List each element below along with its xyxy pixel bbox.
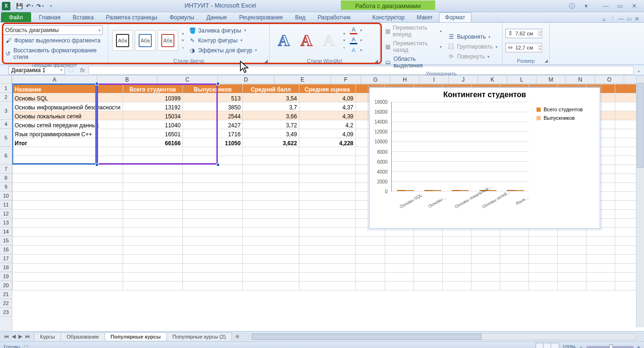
page-break-view-icon[interactable] <box>551 343 559 348</box>
gallery-down-icon[interactable]: ▾ <box>343 38 345 42</box>
shape-fill-button[interactable]: 🪣Заливка фигуры▾ <box>187 26 259 35</box>
col-header[interactable]: N <box>566 75 595 83</box>
selection-handle[interactable] <box>216 82 220 85</box>
select-all-corner[interactable] <box>0 75 12 84</box>
qat-customize-icon[interactable]: ▾ <box>46 2 55 10</box>
row-header[interactable]: 23 <box>0 308 12 317</box>
col-header[interactable]: C <box>157 75 218 83</box>
text-effects-button[interactable]: A▾ <box>348 46 364 55</box>
wordart-style-3[interactable]: А <box>319 27 339 54</box>
minimize-ribbon-icon[interactable]: ▾ <box>581 2 591 10</box>
tab-Формулы[interactable]: Формулы <box>164 12 200 22</box>
close-icon[interactable]: ✕ <box>629 2 639 10</box>
selection-pane-button[interactable]: 🗂Область выделения <box>383 55 444 70</box>
new-sheet-icon[interactable]: ⊕ <box>231 333 243 340</box>
col-header[interactable]: L <box>507 75 537 83</box>
row-header[interactable]: 19 <box>0 272 12 281</box>
restore-icon[interactable]: ▭ <box>615 2 625 10</box>
col-header[interactable]: F <box>331 75 361 83</box>
help-button-icon[interactable]: ❔ <box>608 16 615 22</box>
shape-style-1[interactable]: Абв <box>112 30 133 51</box>
height-spinner[interactable]: ⇕ 7,62 см ▴▾ <box>505 29 542 38</box>
selection-handle[interactable] <box>95 163 99 166</box>
ribbon-minimize-icon[interactable]: ▵ <box>603 16 605 22</box>
wordart-style-2[interactable]: А <box>296 27 317 54</box>
first-sheet-icon[interactable]: ⏮ <box>3 333 10 340</box>
doc-restore-icon[interactable]: ▭ <box>627 16 632 22</box>
sheet-tab[interactable]: Популярные курсы (2) <box>166 332 232 340</box>
gallery-up-icon[interactable]: ▴ <box>343 31 345 35</box>
col-header[interactable]: B <box>97 75 157 83</box>
tab-Вид[interactable]: Вид <box>289 12 312 22</box>
row-header[interactable]: 6 <box>0 147 12 165</box>
shape-outline-button[interactable]: ✎Контур фигуры▾ <box>187 36 259 45</box>
group-button[interactable]: ⿴Группировать▾ <box>446 42 499 51</box>
row-header[interactable]: 13 <box>0 218 12 227</box>
dialog-launcher-icon[interactable]: ◢ <box>545 58 548 63</box>
prev-sheet-icon[interactable]: ◀ <box>11 333 17 340</box>
align-button[interactable]: ☰Выровнять▾ <box>446 32 499 41</box>
row-header[interactable]: 5 <box>0 129 12 147</box>
next-sheet-icon[interactable]: ▶ <box>17 333 23 340</box>
selection-handle[interactable] <box>95 82 99 85</box>
wordart-style-1[interactable]: А <box>273 27 294 54</box>
shape-style-3[interactable]: Абв <box>157 30 178 51</box>
gallery-more-icon[interactable]: ▿ <box>343 46 345 50</box>
text-outline-button[interactable]: A▾ <box>348 36 364 45</box>
zoom-out-icon[interactable]: − <box>579 344 582 348</box>
horizontal-scrollbar[interactable] <box>252 333 636 340</box>
dialog-launcher-icon[interactable]: ◢ <box>264 58 268 63</box>
col-header[interactable]: G <box>361 75 390 83</box>
gallery-up-icon[interactable]: ▴ <box>182 31 184 35</box>
tab-Рецензирование[interactable]: Рецензирование <box>233 12 289 22</box>
col-header[interactable]: E <box>274 75 331 83</box>
save-icon[interactable]: 💾 <box>15 2 24 10</box>
text-fill-button[interactable]: A▾ <box>348 26 364 35</box>
selection-handle[interactable] <box>216 163 220 166</box>
row-header[interactable]: 9 <box>0 182 12 191</box>
row-header[interactable]: 4 <box>0 120 12 129</box>
row-header[interactable]: 7 <box>0 165 12 174</box>
grid[interactable]: ABCDEFGHIJKLMNO НазваниеВсего студентовВ… <box>12 75 644 331</box>
col-header[interactable]: D <box>218 75 274 83</box>
col-header[interactable]: H <box>390 75 420 83</box>
last-sheet-icon[interactable]: ⏭ <box>24 333 31 340</box>
sheet-tab[interactable]: Образование <box>60 332 105 340</box>
width-spinner[interactable]: ⇔ 12,7 см ▴▾ <box>505 43 542 52</box>
tab-Главная[interactable]: Главная <box>33 12 67 22</box>
zoom-in-icon[interactable]: + <box>637 344 640 348</box>
col-header[interactable]: A <box>12 75 97 83</box>
row-header[interactable]: 1 <box>0 84 12 93</box>
col-header[interactable]: I <box>420 75 449 83</box>
format-selection-button[interactable]: 🖌Формат выделенного фрагмента <box>3 36 105 45</box>
chart-element-combo[interactable]: Область диаграммы▾ <box>3 25 103 35</box>
col-header[interactable]: K <box>478 75 507 83</box>
row-header[interactable]: 16 <box>0 245 12 254</box>
embedded-chart[interactable]: Контингент студентов 0200040006000800010… <box>369 87 600 229</box>
row-header[interactable]: 18 <box>0 263 12 272</box>
row-header[interactable]: 15 <box>0 236 12 245</box>
dialog-launcher-icon[interactable]: ◢ <box>375 58 378 63</box>
gallery-more-icon[interactable]: ▿ <box>182 46 184 50</box>
row-header[interactable]: 10 <box>0 191 12 200</box>
tab-Формат[interactable]: Формат <box>439 12 471 22</box>
row-header[interactable]: 22 <box>0 299 12 308</box>
shape-effects-button[interactable]: ◑Эффекты для фигур▾ <box>187 46 259 55</box>
row-header[interactable]: 20 <box>0 281 12 290</box>
undo-icon[interactable]: ↶▾ <box>25 2 34 10</box>
tab-Макет[interactable]: Макет <box>411 12 439 22</box>
tab-Разработчик[interactable]: Разработчик <box>312 12 357 22</box>
row-header[interactable]: 2 <box>0 93 12 102</box>
zoom-slider[interactable] <box>586 346 634 348</box>
sheet-tab[interactable]: Курсы <box>34 332 61 340</box>
doc-close-icon[interactable]: ✕ <box>635 16 639 22</box>
row-header[interactable]: 8 <box>0 174 12 182</box>
formula-input[interactable] <box>89 66 634 75</box>
shape-style-2[interactable]: Абв <box>135 30 156 51</box>
bring-forward-button[interactable]: ▦Переместить вперед▾ <box>383 24 444 39</box>
col-header[interactable]: M <box>537 75 566 83</box>
rotate-button[interactable]: ⟳Повернуть▾ <box>446 52 499 61</box>
vertical-scrollbar[interactable] <box>636 75 644 327</box>
send-backward-button[interactable]: ▩Переместить назад▾ <box>383 39 444 54</box>
reset-style-button[interactable]: ↺Восстановить форматирование стиля <box>3 46 105 61</box>
